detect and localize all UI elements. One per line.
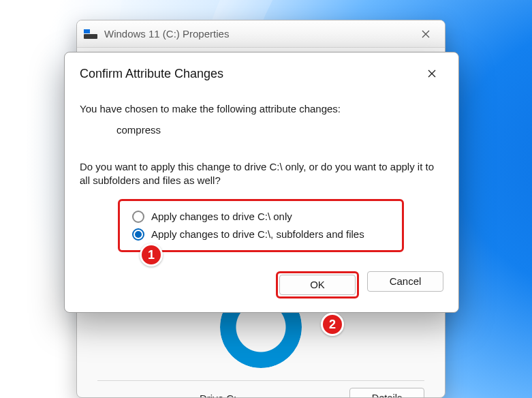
radio-icon [132,211,144,223]
dialog-attribute: compress [116,124,443,136]
confirm-attribute-dialog: Confirm Attribute Changes You have chose… [64,52,459,313]
dialog-button-row: OK Cancel [80,271,443,298]
drive-label: Drive C: [200,393,236,399]
annotation-step-2: 2 [321,313,344,336]
dialog-header: Confirm Attribute Changes [80,63,443,84]
dialog-message-question: Do you want to apply this change to driv… [80,160,443,188]
details-button[interactable]: Details [349,388,424,398]
radio-icon [132,228,144,241]
properties-titlebar[interactable]: Windows 11 (C:) Properties [77,20,445,48]
annotation-step-1: 1 [140,243,163,266]
radio-label-all: Apply changes to drive C:\, subfolders a… [151,228,364,240]
ok-button[interactable]: OK [279,275,356,295]
radio-apply-all[interactable]: Apply changes to drive C:\, subfolders a… [132,226,392,243]
drive-label-row: Drive C: Details [97,380,424,398]
dialog-title: Confirm Attribute Changes [80,67,223,81]
ok-button-highlight: OK [276,271,359,298]
close-icon [428,70,436,78]
radio-label-only: Apply changes to drive C:\ only [151,211,292,222]
properties-title: Windows 11 (C:) Properties [104,28,411,40]
radio-apply-only[interactable]: Apply changes to drive C:\ only [132,208,392,226]
close-icon [422,30,430,38]
radio-group-highlight: Apply changes to drive C:\ only Apply ch… [118,199,404,252]
cancel-button[interactable]: Cancel [367,271,443,292]
properties-close-button[interactable] [411,24,441,44]
drive-icon [84,29,97,39]
dialog-close-button[interactable] [420,63,443,84]
dialog-message-intro: You have chosen to make the following at… [80,103,443,114]
